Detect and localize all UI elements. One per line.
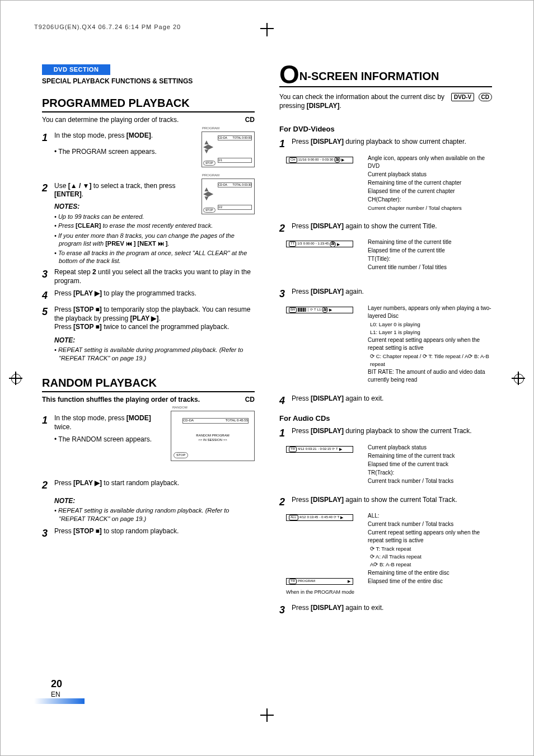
- note-text: • To erase all tracks in the program at …: [42, 249, 255, 265]
- step-number: 5: [42, 306, 54, 332]
- osd-callout-diagram: CH 11/16 0:00:00 - 0:03:30 🎥 ▶: [286, 154, 364, 205]
- step-text: Press [STOP ■] to temporarily stop the p…: [54, 306, 255, 332]
- step-number: 2: [279, 222, 292, 235]
- step-number: 2: [279, 496, 292, 509]
- step-text: Press [PLAY ▶] to play the programmed tr…: [54, 289, 255, 302]
- crop-mark: [260, 28, 274, 29]
- step-number: 2: [42, 182, 54, 199]
- dvd-badge: DVD-V: [451, 93, 474, 101]
- osd-screenshot: RANDOM CD-DA TOTAL 0:45:55 RANDOM PROGRA…: [171, 411, 255, 461]
- intro-text: You can determine the playing order of t…: [42, 116, 255, 125]
- registration-mark: [512, 372, 525, 385]
- step-text: Press [DISPLAY] again to show the curren…: [292, 222, 492, 235]
- osd-callout-diagram: TR 4/12 0:03:21 - 0:02:15 ⟳ T ▶: [286, 444, 364, 483]
- step-text: In the stop mode, press [MODE] twice.: [54, 414, 167, 431]
- intro-text: .: [340, 102, 341, 110]
- step-number: 2: [42, 479, 54, 492]
- sub-heading-dvd: For DVD-Videos: [279, 125, 492, 134]
- callout-list: Current playback status Remaining time o…: [368, 444, 492, 486]
- step-text: Press [DISPLAY] during playback to show …: [292, 427, 492, 440]
- step-number: 1: [279, 138, 292, 151]
- notes-heading: NOTE:: [42, 497, 255, 506]
- step-text: Press [DISPLAY] during playback to show …: [292, 138, 492, 151]
- callout-note: When in the PROGRAM mode: [286, 589, 354, 596]
- step-text: In the stop mode, press [MODE].: [54, 132, 198, 144]
- step-number: 1: [42, 132, 54, 144]
- step-text: Repeat step 2 until you select all the t…: [54, 268, 255, 285]
- heading-programmed: PROGRAMMED PLAYBACK: [42, 96, 255, 112]
- cd-badge: CD: [479, 93, 492, 101]
- osd-callout-diagram: BR ⟳ T L1 🎥 ▶: [286, 304, 364, 377]
- registration-mark: [9, 372, 22, 385]
- cd-badge: CD: [245, 396, 255, 405]
- crop-mark: [260, 715, 274, 716]
- heading-random: RANDOM PLAYBACK: [42, 375, 255, 392]
- page-number: 20: [51, 678, 62, 689]
- step-number: 3: [279, 288, 292, 300]
- callout-list: Angle icon, appears only when available …: [368, 154, 492, 212]
- step-text: Press [DISPLAY] again to exit.: [292, 395, 492, 407]
- note-text: • REPEAT setting is available during ran…: [42, 506, 255, 523]
- section-chip: DVD SECTION: [42, 64, 110, 74]
- drop-cap: O: [279, 64, 299, 85]
- language-code: EN: [51, 691, 60, 698]
- crop-mark: [266, 23, 268, 36]
- note-text: • If you enter more than 8 tracks, you c…: [42, 232, 255, 248]
- step-text: Press [DISPLAY] again to show the curren…: [292, 496, 492, 509]
- callout-list: Remaining time of the current title Elap…: [368, 238, 492, 278]
- osd-callout-diagram: TT 1/3 0:00:00 - 1:23:45 🎥 ▶: [286, 238, 364, 278]
- notes-heading: NOTE:: [42, 336, 255, 345]
- step-number: 3: [279, 604, 292, 617]
- step-number: 4: [279, 395, 292, 407]
- intro-text: This function shuffles the playing order…: [42, 396, 200, 403]
- intro-text: You can determine the playing order of t…: [42, 116, 179, 124]
- step-number: 1: [279, 427, 292, 440]
- callout-list: ALL: Current track number / Total tracks…: [368, 512, 492, 596]
- sub-heading-cd: For Audio CDs: [279, 414, 492, 424]
- step-text: Press [DISPLAY] again to exit.: [292, 604, 492, 617]
- subhead: SPECIAL PLAYBACK FUNCTIONS & SETTINGS: [42, 77, 255, 86]
- cd-badge: CD: [245, 116, 255, 125]
- step-number: 3: [42, 527, 54, 540]
- page-footer: 20 EN: [51, 678, 62, 699]
- step-number: 1: [42, 414, 54, 431]
- key-label: [DISPLAY]: [307, 102, 340, 110]
- heading-onscreen: ON-SCREEN INFORMATION: [279, 64, 492, 87]
- step-text: Press [DISPLAY] again.: [292, 288, 492, 300]
- note-text: • Press [CLEAR] to erase the most recent…: [42, 222, 255, 229]
- intro-text: You can check the information about the …: [279, 93, 444, 110]
- step-number: 4: [42, 289, 54, 302]
- note-text: • REPEAT setting is available during pro…: [42, 346, 255, 362]
- step-number: 3: [42, 268, 54, 285]
- osd-screenshot: PROGRAM CD-DA TOTAL 0:03:30 ▲◀▶▼ 1/2 STO…: [202, 179, 255, 214]
- step-text: Press [PLAY ▶] to start random playback.: [54, 479, 255, 492]
- osd-callout-diagram: ALL 4/12 0:13:45 - 0:45:40 ⟳ T ▶ TR PROG…: [286, 512, 364, 596]
- step-text: Press [STOP ■] to stop random playback.: [54, 527, 255, 540]
- osd-screenshot: PROGRAM CD-DA TOTAL 0:00:00 ▲◀▶▼ 1/1 STO…: [202, 132, 255, 167]
- step-text: Use [▲ / ▼] to select a track, then pres…: [54, 182, 198, 199]
- callout-list: Layer numbers, appears only when playing…: [368, 304, 492, 384]
